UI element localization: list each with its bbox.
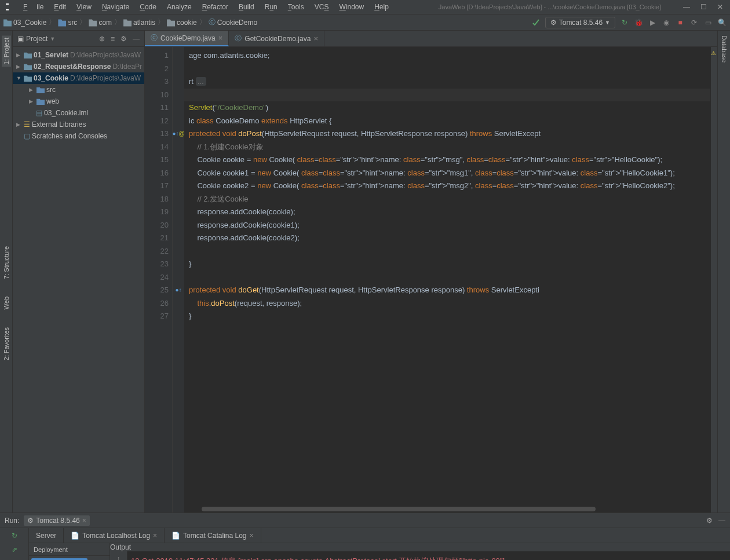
update-icon[interactable]: ⟳	[689, 18, 699, 27]
menu-edit[interactable]: Edit	[49, 1, 71, 13]
menu-file[interactable]: File	[19, 1, 48, 13]
scratch-icon: ▢	[24, 132, 30, 140]
project-tree[interactable]: ▶01_Servlet D:\IdeaProjects\JavaW ▶02_Re…	[13, 47, 144, 513]
project-icon: ▣	[17, 35, 24, 43]
override-icon[interactable]: ●↑ @	[173, 127, 184, 141]
open-icon[interactable]: ⇗	[12, 546, 17, 554]
tree-item-01-servlet[interactable]: ▶01_Servlet D:\IdeaProjects\JavaW	[13, 49, 144, 61]
close-icon[interactable]: ×	[153, 532, 157, 540]
run-label: Run:	[5, 517, 19, 525]
crumb-module[interactable]: 03_Cookie	[3, 19, 46, 27]
tree-item-web[interactable]: ▶web	[13, 96, 144, 107]
file-icon: ▤	[36, 109, 42, 117]
menu-view[interactable]: View	[72, 1, 96, 13]
chevron-down-icon: ▼	[605, 20, 610, 25]
layout-icon[interactable]: ▭	[703, 18, 713, 27]
tree-item-src[interactable]: ▶src	[13, 84, 144, 96]
menu-tools[interactable]: Tools	[283, 1, 309, 13]
warning-icon: ⚠	[711, 50, 716, 56]
collapse-icon[interactable]: ≡	[111, 35, 115, 43]
run-tool-window: Run: ⚙Tomcat 8.5.46× ⚙— ↻ ⇗ ■ ⟳ ⬆ ↻ 📌 Se…	[0, 513, 730, 560]
run-icon[interactable]: ↻	[620, 18, 629, 27]
svg-rect-1	[6, 3, 9, 5]
left-tool-strip: 1: Project 7: Structure Web 2: Favorites	[0, 31, 13, 513]
tomcat-icon: ⚙	[550, 19, 557, 27]
sidebar-title: Project	[26, 35, 48, 43]
menu-window[interactable]: Window	[334, 1, 368, 13]
profile-icon[interactable]: ◉	[662, 18, 671, 27]
output-panel: ↑ ↓ ⤶ ⤓ 🖶 🗑 18-Oct-2019 11:47:45.231 信息 …	[110, 551, 730, 560]
tree-item-external-libs[interactable]: ▶☰External Libraries	[13, 119, 144, 130]
run-config-tab[interactable]: ⚙Tomcat 8.5.46×	[24, 515, 89, 526]
menu-code[interactable]: Code	[135, 1, 161, 13]
titlebar: File Edit View Navigate Code Analyze Ref…	[0, 0, 730, 14]
library-icon: ☰	[24, 120, 30, 129]
output-header: Output	[110, 543, 730, 551]
run-side-toolbar: ↻ ⇗ ■ ⟳ ⬆ ↻ 📌	[0, 528, 29, 560]
editor-area: ⓒCookieDemo.java× ⓒGetCookieDemo.java× 1…	[145, 31, 717, 513]
menu-refactor[interactable]: Refactor	[198, 1, 233, 13]
main-area: 1: Project 7: Structure Web 2: Favorites…	[0, 31, 730, 513]
stop-icon[interactable]: ■	[676, 18, 685, 27]
tree-item-03-cookie[interactable]: ▼03_Cookie D:\IdeaProjects\JavaW	[13, 72, 144, 84]
tree-item-iml[interactable]: ▤03_Cookie.iml	[13, 107, 144, 119]
tool-structure[interactable]: 7: Structure	[3, 246, 10, 279]
line-gutter[interactable]: 123101112131415161718192021222324252627	[145, 47, 173, 513]
menu-vcs[interactable]: VCS	[310, 1, 334, 13]
tool-web[interactable]: Web	[3, 297, 10, 309]
close-icon[interactable]: ×	[218, 34, 223, 42]
breadcrumbs: 03_Cookie〉 src〉 com〉 atlantis〉 cookie〉 ⓒ…	[3, 17, 531, 27]
tab-localhost-log[interactable]: 📄Tomcat Localhost Log×	[64, 528, 165, 543]
horizontal-scrollbar[interactable]	[184, 507, 710, 513]
tree-item-02-request[interactable]: ▶02_Request&Response D:\IdeaPr	[13, 61, 144, 72]
tab-cookiedemo[interactable]: ⓒCookieDemo.java×	[145, 31, 229, 46]
close-icon[interactable]: ×	[313, 34, 318, 43]
crumb-src[interactable]: src	[58, 19, 77, 27]
run-config-selector[interactable]: ⚙ Tomcat 8.5.46 ▼	[545, 17, 615, 28]
menu-run[interactable]: Run	[260, 1, 282, 13]
search-icon[interactable]: 🔍	[717, 18, 727, 27]
rerun-icon[interactable]: ↻	[12, 532, 17, 540]
minimize-icon[interactable]: —	[683, 3, 690, 11]
close-icon[interactable]: ×	[250, 532, 254, 540]
svg-rect-2	[6, 9, 9, 10]
locate-icon[interactable]: ⊕	[99, 35, 105, 43]
gear-icon[interactable]: ⚙	[121, 35, 127, 43]
build-icon[interactable]	[531, 18, 541, 27]
tab-server[interactable]: Server	[29, 528, 64, 543]
override-icon[interactable]: ●↑	[173, 284, 184, 297]
close-icon[interactable]: ✕	[717, 3, 723, 11]
debug-icon[interactable]: 🐞	[634, 18, 643, 27]
menu-help[interactable]: Help	[370, 1, 393, 13]
gutter-marks: ●↑ @ ●↑	[173, 47, 184, 513]
tool-favorites[interactable]: 2: Favorites	[3, 327, 10, 360]
menu-build[interactable]: Build	[234, 1, 259, 13]
intellij-logo-icon	[3, 1, 15, 13]
maximize-icon[interactable]: ☐	[700, 3, 707, 11]
menu-analyze[interactable]: Analyze	[162, 1, 196, 13]
crumb-atlantis[interactable]: atlantis	[123, 19, 155, 27]
hide-icon[interactable]: —	[718, 517, 725, 525]
close-icon[interactable]: ×	[82, 517, 86, 525]
crumb-cookie[interactable]: cookie	[167, 19, 197, 27]
editor-tabs: ⓒCookieDemo.java× ⓒGetCookieDemo.java×	[145, 31, 717, 47]
crumb-class[interactable]: ⓒCookieDemo	[209, 17, 257, 27]
log-icon: 📄	[71, 532, 79, 540]
code-editor[interactable]: 123101112131415161718192021222324252627 …	[145, 47, 717, 513]
up-icon[interactable]: ↑	[117, 555, 121, 560]
tab-getcookiedemo[interactable]: ⓒGetCookieDemo.java×	[229, 31, 324, 46]
menu-navigate[interactable]: Navigate	[97, 1, 134, 13]
tool-project[interactable]: 1: Project	[2, 35, 11, 67]
tomcat-icon: ⚙	[27, 517, 34, 525]
error-stripe[interactable]: ⚠	[710, 47, 717, 513]
code-text[interactable]: age com.atlantis.cookie;rt ...Servlet("/…	[184, 47, 710, 513]
coverage-icon[interactable]: ▶	[648, 18, 657, 27]
tool-database[interactable]: Database	[721, 35, 728, 63]
tree-item-scratches[interactable]: ▢Scratches and Consoles	[13, 130, 144, 142]
tab-catalina-log[interactable]: 📄Tomcat Catalina Log×	[165, 528, 261, 543]
hide-icon[interactable]: —	[133, 35, 140, 43]
console-output[interactable]: 18-Oct-2019 11:47:45.231 信息 [main] org.a…	[127, 551, 730, 560]
chevron-down-icon[interactable]: ▼	[50, 36, 55, 42]
crumb-com[interactable]: com	[89, 19, 112, 27]
gear-icon[interactable]: ⚙	[706, 517, 713, 525]
